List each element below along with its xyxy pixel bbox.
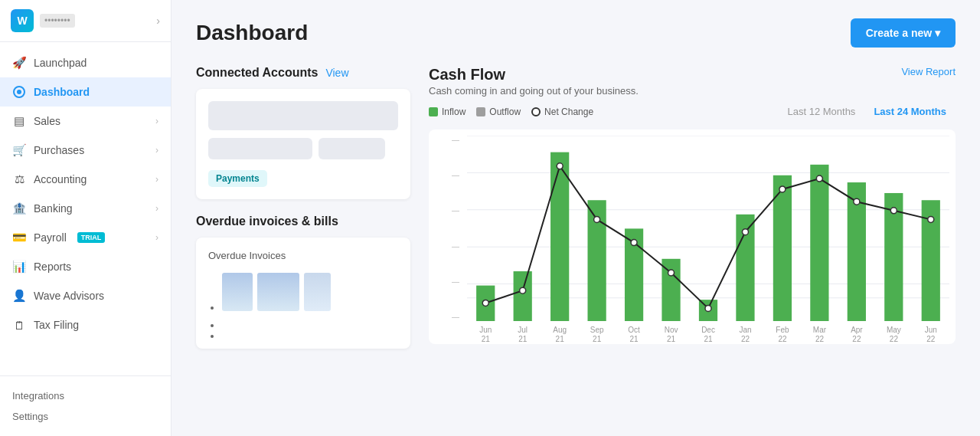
sidebar-item-reports[interactable]: 📊 Reports [0, 252, 171, 281]
cashflow-section: Cash Flow Cash coming in and going out o… [429, 66, 956, 349]
y-label-0: — [452, 313, 459, 321]
sidebar-item-purchases[interactable]: 🛒 Purchases › [0, 136, 171, 165]
dashboard-grid: Connected Accounts View Payments [196, 66, 956, 349]
tax-filing-icon: 🗒 [12, 318, 26, 332]
x-label: Jun22 [913, 326, 949, 344]
sidebar-item-label: Accounting [34, 173, 87, 185]
chart-canvas [467, 136, 949, 321]
overdue-card: Overdue Invoices [196, 238, 410, 349]
x-label: Nov21 [652, 326, 689, 344]
payments-badge: Payments [208, 170, 267, 187]
overdue-list [208, 269, 398, 336]
inflow-color-box [429, 107, 438, 116]
sidebar-item-label: Launchpad [34, 57, 87, 69]
connected-accounts-view-link[interactable]: View [325, 67, 348, 79]
account-card-inner: Payments [208, 101, 398, 187]
x-label: Apr22 [838, 326, 875, 344]
cashflow-header: Cash Flow Cash coming in and going out o… [429, 66, 956, 97]
cashflow-subtitle: Cash coming in and going out of your bus… [429, 85, 639, 97]
sidebar-item-payroll[interactable]: 💳 Payroll TRIAL › [0, 223, 171, 252]
chevron-down-icon: › [155, 203, 158, 214]
sidebar-item-label: Reports [34, 261, 71, 273]
overdue-bar-1 [222, 273, 253, 311]
sidebar-item-tax-filing[interactable]: 🗒 Tax Filing [0, 310, 171, 339]
x-label: Sep21 [578, 326, 615, 344]
create-new-button[interactable]: Create a new ▾ [851, 18, 956, 48]
cashflow-chart: — — — — — — Jun21Jul [429, 129, 956, 344]
legend-inflow: Inflow [429, 107, 466, 117]
net-change-dot [531, 107, 541, 116]
banking-icon: 🏦 [12, 202, 26, 215]
x-label: Jun21 [467, 326, 504, 344]
account-placeholder-2 [208, 138, 312, 159]
sidebar-footer: Integrations Settings [0, 375, 171, 436]
connected-accounts-card: Payments [196, 89, 410, 199]
x-label: Aug21 [541, 326, 578, 344]
y-label-2: — [452, 242, 459, 251]
sidebar-logo[interactable]: W •••••••• › [0, 0, 171, 42]
integrations-link[interactable]: Integrations [12, 385, 158, 406]
inflow-label: Inflow [442, 107, 466, 117]
chevron-down-icon: › [155, 232, 158, 243]
cashflow-title-group: Cash Flow Cash coming in and going out o… [429, 66, 639, 97]
y-label-3: — [452, 206, 459, 215]
x-label: Mar22 [801, 326, 838, 344]
cashflow-controls: Inflow Outflow Net Change Last 12 Months… [429, 103, 956, 120]
x-label: Jul21 [504, 326, 541, 344]
y-axis-labels: — — — — — — [429, 136, 464, 321]
chevron-down-icon: › [155, 116, 158, 126]
outflow-color-box [476, 107, 485, 116]
cashflow-title: Cash Flow [429, 66, 639, 84]
x-label: Jan22 [727, 326, 763, 344]
sidebar-item-label: Wave Advisors [34, 290, 104, 302]
sidebar-item-accounting[interactable]: ⚖ Accounting › [0, 165, 171, 194]
payroll-icon: 💳 [12, 231, 26, 244]
chevron-down-icon: › [155, 174, 158, 185]
sidebar-nav: 🚀 Launchpad Dashboard ▤ Sales › 🛒 Purcha… [0, 42, 171, 375]
sidebar-item-label: Tax Filing [34, 319, 79, 331]
x-label: Oct21 [616, 326, 652, 344]
purchases-icon: 🛒 [12, 143, 26, 157]
last-12-months-button[interactable]: Last 12 Months [778, 103, 864, 120]
overdue-section: Overdue invoices & bills Overdue Invoice… [196, 215, 410, 349]
x-label: Feb22 [764, 326, 801, 344]
x-label: Dec21 [690, 326, 727, 344]
overdue-bar-3 [304, 273, 331, 311]
account-placeholder-1 [208, 101, 398, 130]
x-axis-labels: Jun21Jul21Aug21Sep21Oct21Nov21Dec21Jan22… [467, 326, 949, 344]
company-name: •••••••• [40, 14, 75, 28]
sidebar-item-wave-advisors[interactable]: 👤 Wave Advisors [0, 281, 171, 310]
sidebar-item-label: Purchases [34, 144, 84, 156]
legend-net-change: Net Change [531, 107, 593, 117]
sidebar-collapse-icon[interactable]: › [156, 15, 160, 27]
reports-icon: 📊 [12, 260, 26, 274]
main-header: Dashboard Create a new ▾ [196, 18, 956, 48]
sales-icon: ▤ [12, 114, 26, 128]
overdue-subtitle: Overdue Invoices [208, 250, 398, 261]
svg-point-1 [17, 90, 21, 94]
chevron-down-icon: › [155, 145, 158, 156]
settings-link[interactable]: Settings [12, 406, 158, 427]
dashboard-icon [12, 85, 26, 99]
page-title: Dashboard [196, 21, 308, 45]
overdue-title: Overdue invoices & bills [196, 215, 410, 228]
trial-badge: TRIAL [77, 232, 106, 243]
main-content: Dashboard Create a new ▾ Connected Accou… [172, 0, 980, 436]
left-column: Connected Accounts View Payments [196, 66, 410, 349]
logo-inner: W •••••••• [11, 9, 75, 32]
sidebar-item-dashboard[interactable]: Dashboard [0, 77, 171, 107]
sidebar-item-launchpad[interactable]: 🚀 Launchpad [0, 48, 171, 77]
list-item [222, 320, 398, 326]
sidebar-item-sales[interactable]: ▤ Sales › [0, 107, 171, 136]
chart-legend: Inflow Outflow Net Change [429, 107, 593, 117]
view-report-link[interactable]: View Report [901, 66, 956, 77]
last-24-months-button[interactable]: Last 24 Months [864, 103, 956, 120]
sidebar-item-label: Payroll [34, 231, 67, 244]
sidebar-item-banking[interactable]: 🏦 Banking › [0, 194, 171, 223]
x-label: May22 [875, 326, 912, 344]
list-item [222, 330, 398, 336]
y-label-4: — [452, 171, 459, 179]
launchpad-icon: 🚀 [12, 56, 26, 70]
outflow-label: Outflow [489, 107, 521, 117]
connected-accounts-title: Connected Accounts View [196, 66, 410, 80]
